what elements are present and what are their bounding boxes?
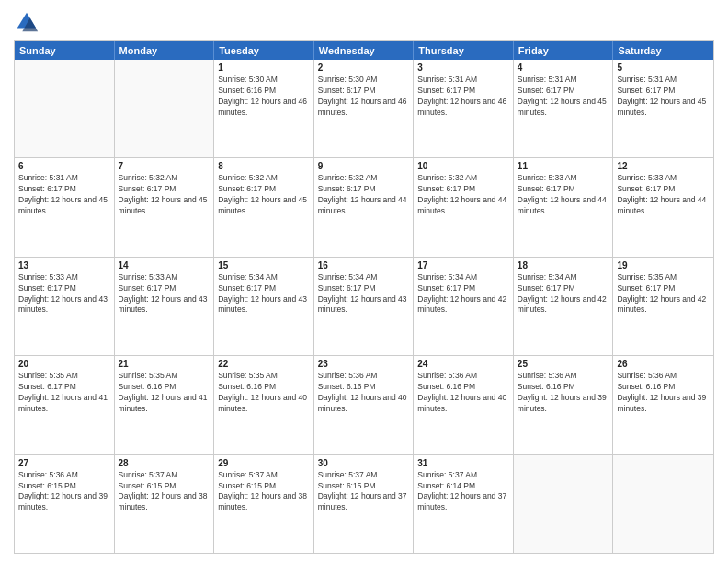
day-number: 25 bbox=[518, 359, 609, 369]
day-cell-9: 9Sunrise: 5:32 AMSunset: 6:17 PMDaylight… bbox=[314, 158, 415, 256]
cell-info: Sunrise: 5:31 AMSunset: 6:17 PMDaylight:… bbox=[417, 75, 509, 119]
day-cell-31: 31Sunrise: 5:37 AMSunset: 6:14 PMDayligh… bbox=[414, 455, 514, 553]
day-number: 15 bbox=[218, 260, 310, 270]
day-number: 31 bbox=[417, 458, 509, 468]
empty-cell bbox=[15, 60, 115, 157]
cell-info: Sunrise: 5:30 AMSunset: 6:17 PMDaylight:… bbox=[318, 75, 410, 119]
header-day-tuesday: Tuesday bbox=[214, 41, 314, 60]
cell-info: Sunrise: 5:36 AMSunset: 6:16 PMDaylight:… bbox=[417, 371, 509, 415]
day-cell-14: 14Sunrise: 5:33 AMSunset: 6:17 PMDayligh… bbox=[115, 258, 215, 355]
cell-info: Sunrise: 5:32 AMSunset: 6:17 PMDaylight:… bbox=[119, 173, 210, 217]
day-number: 9 bbox=[318, 161, 410, 171]
day-cell-4: 4Sunrise: 5:31 AMSunset: 6:17 PMDaylight… bbox=[514, 60, 614, 157]
day-cell-2: 2Sunrise: 5:30 AMSunset: 6:17 PMDaylight… bbox=[314, 60, 415, 157]
cell-info: Sunrise: 5:31 AMSunset: 6:17 PMDaylight:… bbox=[617, 75, 710, 119]
header bbox=[14, 9, 714, 35]
cell-info: Sunrise: 5:37 AMSunset: 6:15 PMDaylight:… bbox=[318, 470, 410, 514]
header-day-sunday: Sunday bbox=[15, 41, 115, 60]
day-number: 24 bbox=[417, 359, 509, 369]
day-cell-12: 12Sunrise: 5:33 AMSunset: 6:17 PMDayligh… bbox=[613, 158, 713, 256]
day-number: 27 bbox=[18, 458, 110, 468]
cell-info: Sunrise: 5:34 AMSunset: 6:17 PMDaylight:… bbox=[518, 272, 609, 316]
cell-info: Sunrise: 5:34 AMSunset: 6:17 PMDaylight:… bbox=[218, 272, 310, 316]
header-day-monday: Monday bbox=[115, 41, 215, 60]
day-cell-11: 11Sunrise: 5:33 AMSunset: 6:17 PMDayligh… bbox=[514, 158, 614, 256]
day-number: 28 bbox=[119, 458, 210, 468]
cell-info: Sunrise: 5:33 AMSunset: 6:17 PMDaylight:… bbox=[518, 173, 609, 217]
calendar-body: 1Sunrise: 5:30 AMSunset: 6:16 PMDaylight… bbox=[15, 60, 713, 553]
cell-info: Sunrise: 5:35 AMSunset: 6:16 PMDaylight:… bbox=[119, 371, 210, 415]
day-cell-30: 30Sunrise: 5:37 AMSunset: 6:15 PMDayligh… bbox=[314, 455, 415, 553]
day-cell-16: 16Sunrise: 5:34 AMSunset: 6:17 PMDayligh… bbox=[314, 258, 415, 355]
day-cell-1: 1Sunrise: 5:30 AMSunset: 6:16 PMDaylight… bbox=[214, 60, 314, 157]
day-cell-20: 20Sunrise: 5:35 AMSunset: 6:17 PMDayligh… bbox=[15, 356, 115, 454]
day-cell-8: 8Sunrise: 5:32 AMSunset: 6:17 PMDaylight… bbox=[214, 158, 314, 256]
day-number: 5 bbox=[617, 63, 710, 73]
day-cell-10: 10Sunrise: 5:32 AMSunset: 6:17 PMDayligh… bbox=[414, 158, 514, 256]
logo bbox=[14, 9, 43, 35]
day-number: 16 bbox=[318, 260, 410, 270]
day-number: 14 bbox=[119, 260, 210, 270]
day-number: 19 bbox=[617, 260, 710, 270]
day-number: 3 bbox=[417, 63, 509, 73]
cell-info: Sunrise: 5:32 AMSunset: 6:17 PMDaylight:… bbox=[417, 173, 509, 217]
day-cell-28: 28Sunrise: 5:37 AMSunset: 6:15 PMDayligh… bbox=[115, 455, 215, 553]
cell-info: Sunrise: 5:33 AMSunset: 6:17 PMDaylight:… bbox=[617, 173, 710, 217]
day-number: 4 bbox=[518, 63, 609, 73]
header-day-thursday: Thursday bbox=[414, 41, 514, 60]
cell-info: Sunrise: 5:32 AMSunset: 6:17 PMDaylight:… bbox=[218, 173, 310, 217]
day-cell-24: 24Sunrise: 5:36 AMSunset: 6:16 PMDayligh… bbox=[414, 356, 514, 454]
day-number: 12 bbox=[617, 161, 710, 171]
day-number: 17 bbox=[417, 260, 509, 270]
day-cell-29: 29Sunrise: 5:37 AMSunset: 6:15 PMDayligh… bbox=[214, 455, 314, 553]
cell-info: Sunrise: 5:37 AMSunset: 6:15 PMDaylight:… bbox=[119, 470, 210, 514]
day-cell-27: 27Sunrise: 5:36 AMSunset: 6:15 PMDayligh… bbox=[15, 455, 115, 553]
day-number: 7 bbox=[119, 161, 210, 171]
day-cell-7: 7Sunrise: 5:32 AMSunset: 6:17 PMDaylight… bbox=[115, 158, 215, 256]
day-cell-26: 26Sunrise: 5:36 AMSunset: 6:16 PMDayligh… bbox=[613, 356, 713, 454]
header-day-saturday: Saturday bbox=[613, 41, 713, 60]
day-number: 2 bbox=[318, 63, 410, 73]
empty-cell bbox=[514, 455, 614, 553]
cell-info: Sunrise: 5:37 AMSunset: 6:14 PMDaylight:… bbox=[417, 470, 509, 514]
cell-info: Sunrise: 5:34 AMSunset: 6:17 PMDaylight:… bbox=[417, 272, 509, 316]
cell-info: Sunrise: 5:36 AMSunset: 6:16 PMDaylight:… bbox=[617, 371, 710, 415]
day-cell-22: 22Sunrise: 5:35 AMSunset: 6:16 PMDayligh… bbox=[214, 356, 314, 454]
cell-info: Sunrise: 5:37 AMSunset: 6:15 PMDaylight:… bbox=[218, 470, 310, 514]
week-row-4: 27Sunrise: 5:36 AMSunset: 6:15 PMDayligh… bbox=[15, 454, 713, 553]
cell-info: Sunrise: 5:32 AMSunset: 6:17 PMDaylight:… bbox=[318, 173, 410, 217]
day-cell-23: 23Sunrise: 5:36 AMSunset: 6:16 PMDayligh… bbox=[314, 356, 415, 454]
day-cell-17: 17Sunrise: 5:34 AMSunset: 6:17 PMDayligh… bbox=[414, 258, 514, 355]
day-number: 6 bbox=[18, 161, 110, 171]
cell-info: Sunrise: 5:33 AMSunset: 6:17 PMDaylight:… bbox=[119, 272, 210, 316]
day-number: 11 bbox=[518, 161, 609, 171]
cell-info: Sunrise: 5:34 AMSunset: 6:17 PMDaylight:… bbox=[318, 272, 410, 316]
empty-cell bbox=[115, 60, 215, 157]
week-row-0: 1Sunrise: 5:30 AMSunset: 6:16 PMDaylight… bbox=[15, 60, 713, 157]
day-number: 23 bbox=[318, 359, 410, 369]
day-number: 20 bbox=[18, 359, 110, 369]
day-number: 1 bbox=[218, 63, 310, 73]
day-cell-15: 15Sunrise: 5:34 AMSunset: 6:17 PMDayligh… bbox=[214, 258, 314, 355]
day-number: 8 bbox=[218, 161, 310, 171]
cell-info: Sunrise: 5:31 AMSunset: 6:17 PMDaylight:… bbox=[18, 173, 110, 217]
calendar-header: SundayMondayTuesdayWednesdayThursdayFrid… bbox=[15, 41, 713, 60]
day-number: 18 bbox=[518, 260, 609, 270]
day-cell-19: 19Sunrise: 5:35 AMSunset: 6:17 PMDayligh… bbox=[613, 258, 713, 355]
day-number: 10 bbox=[417, 161, 509, 171]
logo-icon bbox=[14, 9, 40, 35]
cell-info: Sunrise: 5:36 AMSunset: 6:16 PMDaylight:… bbox=[318, 371, 410, 415]
header-day-friday: Friday bbox=[514, 41, 614, 60]
day-cell-18: 18Sunrise: 5:34 AMSunset: 6:17 PMDayligh… bbox=[514, 258, 614, 355]
cell-info: Sunrise: 5:33 AMSunset: 6:17 PMDaylight:… bbox=[18, 272, 110, 316]
day-number: 21 bbox=[119, 359, 210, 369]
week-row-3: 20Sunrise: 5:35 AMSunset: 6:17 PMDayligh… bbox=[15, 355, 713, 454]
calendar: SundayMondayTuesdayWednesdayThursdayFrid… bbox=[14, 40, 714, 554]
day-cell-25: 25Sunrise: 5:36 AMSunset: 6:16 PMDayligh… bbox=[514, 356, 614, 454]
cell-info: Sunrise: 5:36 AMSunset: 6:15 PMDaylight:… bbox=[18, 470, 110, 514]
day-number: 22 bbox=[218, 359, 310, 369]
day-cell-3: 3Sunrise: 5:31 AMSunset: 6:17 PMDaylight… bbox=[414, 60, 514, 157]
day-cell-5: 5Sunrise: 5:31 AMSunset: 6:17 PMDaylight… bbox=[613, 60, 713, 157]
cell-info: Sunrise: 5:31 AMSunset: 6:17 PMDaylight:… bbox=[518, 75, 609, 119]
cell-info: Sunrise: 5:35 AMSunset: 6:16 PMDaylight:… bbox=[218, 371, 310, 415]
